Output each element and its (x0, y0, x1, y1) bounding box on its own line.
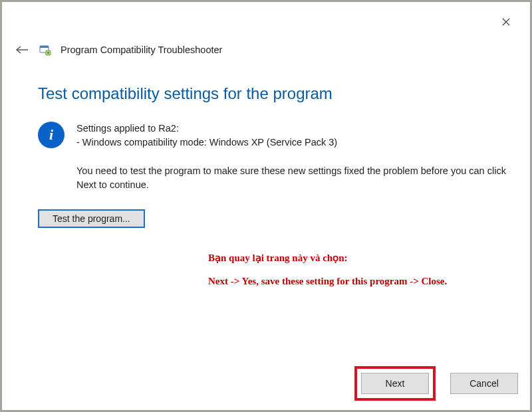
annotation-line-2: Next -> Yes, save these setting for this… (208, 276, 514, 287)
next-button[interactable]: Next (361, 373, 429, 394)
wizard-content: Test compatibility settings for the prog… (38, 84, 514, 228)
wizard-footer: Next Cancel (354, 366, 518, 401)
settings-line-2: - Windows compatibility mode: Windows XP… (76, 136, 337, 150)
troubleshooter-dialog: Program Compatibility Troubleshooter Tes… (9, 11, 527, 407)
instruction-text: You need to test the program to make sur… (76, 164, 514, 192)
annotation-line-1: Bạn quay lại trang này và chọn: (208, 252, 514, 264)
settings-info-row: i Settings applied to Ra2: - Windows com… (38, 122, 514, 150)
close-button[interactable] (493, 13, 519, 31)
close-icon (502, 18, 510, 26)
wizard-title: Program Compatibility Troubleshooter (61, 45, 222, 55)
settings-line-1: Settings applied to Ra2: (76, 122, 337, 136)
next-highlight-box: Next (354, 366, 436, 401)
back-arrow-icon (15, 45, 29, 54)
cancel-button[interactable]: Cancel (450, 373, 518, 394)
annotation-overlay: Bạn quay lại trang này và chọn: Next -> … (208, 252, 514, 299)
info-icon: i (38, 122, 65, 148)
page-heading: Test compatibility settings for the prog… (38, 84, 514, 103)
test-program-button[interactable]: Test the program... (38, 209, 145, 228)
troubleshooter-icon (39, 44, 51, 56)
settings-applied-text: Settings applied to Ra2: - Windows compa… (76, 122, 337, 150)
svg-point-6 (47, 52, 49, 54)
wizard-header: Program Compatibility Troubleshooter (14, 42, 522, 58)
back-button[interactable] (14, 42, 30, 58)
svg-rect-4 (40, 46, 49, 48)
